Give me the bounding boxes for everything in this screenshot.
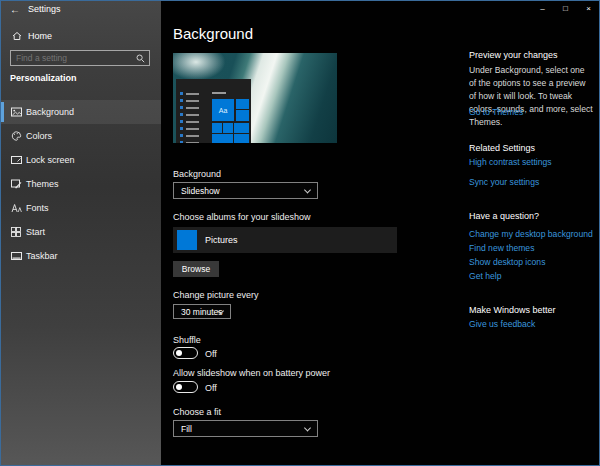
start-menu-list <box>180 92 199 143</box>
related-settings-heading: Related Settings <box>469 143 535 153</box>
background-dropdown-label: Background <box>173 169 221 179</box>
settings-window: ← Settings Home Personalization Backgrou… <box>0 0 600 466</box>
make-windows-better-heading: Make Windows better <box>469 305 556 315</box>
albums-label: Choose albums for your slideshow <box>173 212 311 222</box>
shuffle-toggle[interactable] <box>173 347 198 359</box>
home-icon <box>12 31 22 41</box>
start-menu-preview: Aa <box>176 79 251 143</box>
back-button[interactable]: ← <box>8 3 22 17</box>
album-name: Pictures <box>205 235 238 245</box>
fit-label: Choose a fit <box>173 407 221 417</box>
sidebar-item-home[interactable]: Home <box>1 28 161 48</box>
sidebar-item-themes[interactable]: Themes <box>1 172 161 196</box>
search-input[interactable] <box>11 51 133 65</box>
show-desktop-icons-link[interactable]: Show desktop icons <box>469 257 545 267</box>
tile-group-caption <box>212 92 226 94</box>
lock-screen-icon <box>11 155 22 165</box>
preview-changes-body: Under Background, select one of the opti… <box>469 64 593 129</box>
sidebar-item-label: Colors <box>26 131 52 141</box>
sidebar-item-colors[interactable]: Colors <box>1 124 161 148</box>
home-label: Home <box>28 31 52 41</box>
sidebar-item-fonts[interactable]: Fonts <box>1 196 161 220</box>
sidebar-nav: Background Colors Lock screen Themes <box>1 100 161 268</box>
high-contrast-link[interactable]: High contrast settings <box>469 157 552 167</box>
sidebar-item-label: Taskbar <box>26 251 58 261</box>
go-to-themes-link[interactable]: Go to Themes <box>469 107 523 117</box>
palette-icon <box>11 131 22 141</box>
sync-settings-link[interactable]: Sync your settings <box>469 177 539 187</box>
fit-dropdown[interactable]: Fill <box>173 420 318 437</box>
change-desktop-background-link[interactable]: Change my desktop background <box>469 229 593 239</box>
have-a-question-heading: Have a question? <box>469 211 539 221</box>
battery-state: Off <box>205 383 217 393</box>
sidebar-item-label: Lock screen <box>26 155 75 165</box>
caption-buttons: – □ × <box>531 1 600 17</box>
browse-button[interactable]: Browse <box>173 261 219 277</box>
image-icon <box>11 107 22 117</box>
start-icon <box>11 227 21 237</box>
battery-label: Allow slideshow when on battery power <box>173 368 330 378</box>
fonts-icon <box>11 203 22 213</box>
sidebar-section-header: Personalization <box>10 73 77 83</box>
preview-changes-heading: Preview your changes <box>469 50 558 60</box>
sidebar-item-lock-screen[interactable]: Lock screen <box>1 148 161 172</box>
page-title: Background <box>173 25 253 42</box>
find-new-themes-link[interactable]: Find new themes <box>469 243 534 253</box>
sidebar-item-label: Themes <box>26 179 59 189</box>
chevron-down-icon <box>304 424 311 431</box>
maximize-button[interactable]: □ <box>554 1 577 17</box>
window-title: Settings <box>28 4 61 14</box>
sidebar-item-background[interactable]: Background <box>1 100 161 124</box>
background-preview-image: Aa <box>173 53 337 143</box>
album-row-pictures[interactable]: Pictures <box>173 227 397 253</box>
sidebar-item-label: Start <box>26 227 45 237</box>
sidebar-item-start[interactable]: Start <box>1 220 161 244</box>
sidebar-item-taskbar[interactable]: Taskbar <box>1 244 161 268</box>
close-button[interactable]: × <box>577 1 600 17</box>
search-box[interactable] <box>10 50 150 66</box>
get-help-link[interactable]: Get help <box>469 271 502 281</box>
shuffle-label: Shuffle <box>173 335 201 345</box>
album-thumbnail <box>177 230 197 250</box>
background-dropdown[interactable]: Slideshow <box>173 182 318 199</box>
main-content: – □ × Background Aa <box>161 1 600 465</box>
themes-icon <box>11 179 22 189</box>
sidebar: ← Settings Home Personalization Backgrou… <box>1 1 161 465</box>
shuffle-state: Off <box>205 349 217 359</box>
taskbar-icon <box>11 251 22 261</box>
change-picture-dropdown[interactable]: 30 minutes <box>173 304 231 319</box>
sidebar-item-label: Fonts <box>26 203 49 213</box>
search-icon <box>136 54 145 63</box>
chevron-down-icon <box>217 307 224 314</box>
aa-tile: Aa <box>212 99 234 121</box>
change-picture-label: Change picture every <box>173 290 259 300</box>
minimize-button[interactable]: – <box>531 1 554 17</box>
battery-toggle[interactable] <box>173 381 198 393</box>
chevron-down-icon <box>304 186 311 193</box>
sidebar-item-label: Background <box>26 107 74 117</box>
give-us-feedback-link[interactable]: Give us feedback <box>469 319 535 329</box>
